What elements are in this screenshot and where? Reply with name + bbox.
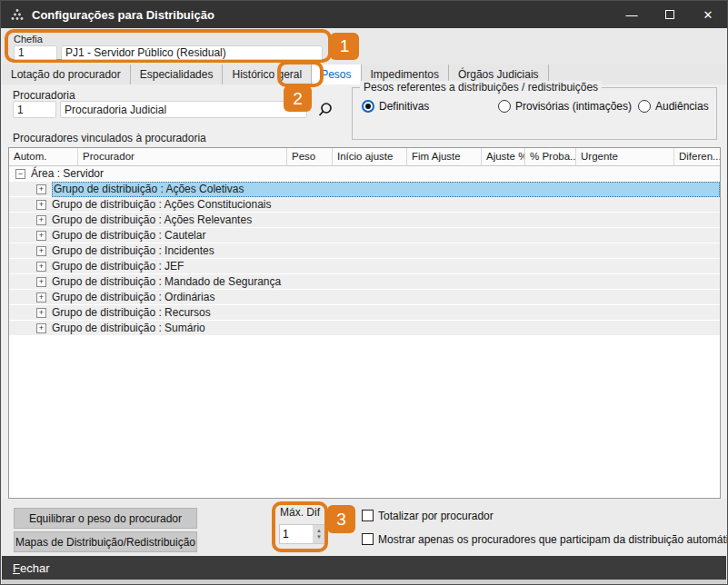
pesos-groupbox: Pesos referentes a distribuições / redis… xyxy=(352,87,717,140)
tree-row-acoes-coletivas[interactable]: +Grupo de distribuição : Ações Coletivas xyxy=(9,182,720,197)
radio-option-audiencias[interactable]: Audiências xyxy=(638,100,709,113)
column-header-diferen[interactable]: Diferen... xyxy=(674,148,721,165)
table-header: Autom.ProcuradorPesoInício ajusteFim Aju… xyxy=(9,148,720,166)
column-header-fim-ajuste[interactable]: Fim Ajuste xyxy=(407,148,482,165)
collapse-icon[interactable]: − xyxy=(15,169,25,179)
tree-row-label: Grupo de distribuição : Ações Relevantes xyxy=(52,213,252,226)
spinner-up-icon[interactable]: ▲ xyxy=(316,528,322,534)
tree-row-acoes-constitucionais[interactable]: +Grupo de distribuição : Ações Constituc… xyxy=(9,197,720,213)
expand-icon[interactable]: + xyxy=(36,231,46,241)
procuradoria-name-input[interactable] xyxy=(60,101,307,118)
close-icon[interactable]: ✕ xyxy=(689,1,727,28)
expand-icon[interactable]: + xyxy=(36,323,46,333)
column-header-ajuste[interactable]: Ajuste % xyxy=(482,148,525,165)
maximize-icon[interactable] xyxy=(651,1,689,28)
tree-row-jef[interactable]: +Grupo de distribuição : JEF xyxy=(9,259,720,274)
minimize-icon[interactable]: — xyxy=(613,1,651,28)
column-header-label: Urgente xyxy=(581,151,618,162)
tab-pesos[interactable]: Pesos xyxy=(312,64,361,84)
tree-row-acoes-relevantes[interactable]: +Grupo de distribuição : Ações Relevante… xyxy=(9,213,720,228)
tab-especialidades[interactable]: Especialidades xyxy=(131,64,224,84)
radio-unselected-icon[interactable] xyxy=(498,100,511,113)
mostrar-apenas-checkbox-label: Mostrar apenas os procuradores que parti… xyxy=(378,533,728,546)
tree-row-label: Grupo de distribuição : Incidentes xyxy=(52,244,214,257)
tree-row-label-selected: Grupo de distribuição : Ações Coletivas xyxy=(52,182,720,197)
radio-label: Provisórias (intimações) xyxy=(515,100,632,113)
footer-panel: Equilibrar o peso do procurador Mapas de… xyxy=(2,499,726,556)
tree-root-row[interactable]: −Área : Servidor xyxy=(9,166,720,182)
totalizar-checkbox-label: Totalizar por procurador xyxy=(378,510,494,522)
callout-badge-2: 2 xyxy=(284,85,312,112)
spinner-down-icon[interactable]: ▼ xyxy=(316,534,322,540)
expand-icon[interactable]: + xyxy=(36,262,46,272)
column-header-inicio-ajuste[interactable]: Início ajuste xyxy=(333,148,407,165)
column-header-label: % Proba... xyxy=(530,151,576,162)
expand-icon[interactable]: + xyxy=(36,215,46,225)
tree-row-mandado-de-seguranca[interactable]: +Grupo de distribuição : Mandado de Segu… xyxy=(9,274,720,290)
chefia-label: Chefia xyxy=(14,34,323,45)
list-caption: Procuradores vinculados à procuradoria xyxy=(13,132,206,144)
equilibrar-peso-button[interactable]: Equilibrar o peso do procurador xyxy=(14,508,197,529)
tree-row-label: Grupo de distribuição : Sumário xyxy=(52,322,205,334)
tree-row-label: Grupo de distribuição : JEF xyxy=(52,260,184,273)
procuradoria-code-input[interactable] xyxy=(13,101,56,118)
totalizar-checkbox[interactable] xyxy=(362,510,374,521)
procuradoria-label: Procuradoria xyxy=(13,89,75,102)
tree-row-sumario[interactable]: +Grupo de distribuição : Sumário xyxy=(9,321,720,336)
column-header-label: Ajuste % xyxy=(486,151,525,162)
fechar-button[interactable]: Fechar xyxy=(2,556,726,580)
tree-root-label: Área : Servidor xyxy=(31,167,104,180)
callout-1: Chefia xyxy=(5,29,332,63)
pesos-groupbox-title: Pesos referentes a distribuições / redis… xyxy=(360,81,602,94)
radio-option-definitivas[interactable]: Definitivas xyxy=(362,100,429,113)
tree-row-label: Grupo de distribuição : Recursos xyxy=(52,306,211,319)
search-icon[interactable] xyxy=(316,102,333,118)
column-header-label: Peso xyxy=(292,151,315,162)
chefia-code-input[interactable] xyxy=(14,45,57,60)
column-header-urgente[interactable]: Urgente xyxy=(576,148,674,165)
column-header-peso[interactable]: Peso xyxy=(287,148,333,165)
column-header-autom[interactable]: Autom. xyxy=(9,148,78,165)
expand-icon[interactable]: + xyxy=(36,292,46,302)
mapas-distribuicao-button[interactable]: Mapas de Distribuição/Redistribuição xyxy=(14,531,197,552)
tree-row-cautelar[interactable]: +Grupo de distribuição : Cautelar xyxy=(9,228,720,243)
tree-row-label: Grupo de distribuição : Ordinárias xyxy=(52,291,214,303)
callout-badge-3: 3 xyxy=(327,505,355,533)
radio-selected-icon[interactable] xyxy=(362,100,374,113)
dialog-window: Configurações para Distribuição — ✕ Chef… xyxy=(0,0,728,585)
title-bar: Configurações para Distribuição — ✕ xyxy=(1,1,727,28)
expand-icon[interactable]: + xyxy=(36,277,46,287)
tree-row-ordinarias[interactable]: +Grupo de distribuição : Ordinárias xyxy=(9,290,720,305)
window-bottom-edge xyxy=(2,580,726,585)
tree-row-recursos[interactable]: +Grupo de distribuição : Recursos xyxy=(9,305,720,321)
tab-lotacao-do-procurador[interactable]: Lotação do procurador xyxy=(2,64,131,84)
tree-row-label: Grupo de distribuição : Ações Constituci… xyxy=(52,198,271,211)
expand-icon[interactable]: + xyxy=(36,200,46,210)
tree-row-label: Grupo de distribuição : Mandado de Segur… xyxy=(52,275,281,288)
column-header-proba[interactable]: % Proba... xyxy=(525,148,576,165)
column-header-label: Procurador xyxy=(83,151,135,162)
expand-icon[interactable]: + xyxy=(36,308,46,318)
tab-historico-geral[interactable]: Histórico geral xyxy=(223,64,312,84)
column-header-label: Fim Ajuste xyxy=(412,151,461,162)
radio-label: Definitivas xyxy=(379,100,429,113)
radio-unselected-icon[interactable] xyxy=(638,100,651,113)
tree-row-incidentes[interactable]: +Grupo de distribuição : Incidentes xyxy=(9,243,720,259)
radio-option-provisorias-intimacoes[interactable]: Provisórias (intimações) xyxy=(498,100,632,113)
max-dif-stepper[interactable]: ▲ ▼ xyxy=(313,525,325,543)
expand-icon[interactable]: + xyxy=(36,246,46,256)
window-title: Configurações para Distribuição xyxy=(32,8,613,22)
expand-icon[interactable]: + xyxy=(36,184,46,194)
mostrar-apenas-checkbox[interactable] xyxy=(362,533,374,545)
fechar-button-label: Fechar xyxy=(13,561,49,575)
column-header-label: Início ajuste xyxy=(337,151,393,162)
app-icon xyxy=(10,8,25,21)
table-body: −Área : Servidor+Grupo de distribuição :… xyxy=(9,166,720,336)
chefia-name-input[interactable] xyxy=(61,45,323,60)
max-dif-label: Máx. Dif xyxy=(280,506,320,519)
column-header-label: Diferen... xyxy=(679,151,721,162)
max-dif-input[interactable] xyxy=(280,525,313,543)
column-header-procurador[interactable]: Procurador xyxy=(78,148,287,165)
radio-label: Audiências xyxy=(655,100,709,113)
max-dif-field: ▲ ▼ xyxy=(279,524,326,544)
